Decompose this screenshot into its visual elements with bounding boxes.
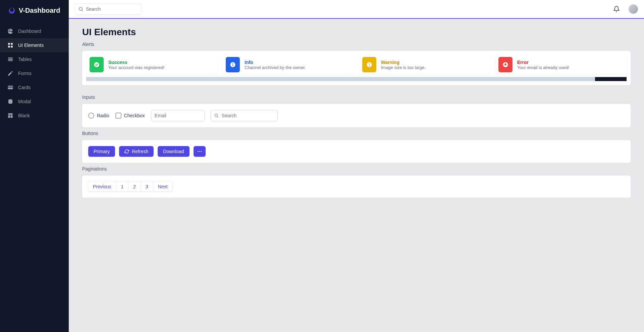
alert-title: Success <box>108 60 164 65</box>
alert-info: Info Channel archived by the owner. <box>222 55 354 74</box>
svg-rect-7 <box>8 113 13 115</box>
paginations-heading: Paginations <box>82 166 631 172</box>
sidebar-item-ui-elements[interactable]: UI Elements <box>0 38 69 52</box>
sidebar-item-label: Cards <box>18 85 31 90</box>
svg-point-14 <box>232 63 233 64</box>
checkbox-icon <box>115 113 121 119</box>
sidebar-item-cards[interactable]: Cards <box>0 80 69 94</box>
sidebar-item-label: Modal <box>18 99 31 104</box>
refresh-icon <box>124 149 129 154</box>
warning-circle-icon <box>362 57 376 72</box>
radio-label-text: Radio <box>97 113 109 118</box>
avatar[interactable] <box>629 4 638 14</box>
alert-title: Warning <box>381 60 426 65</box>
svg-rect-9 <box>11 115 13 118</box>
error-circle-icon <box>498 57 513 72</box>
buttons-heading: Buttons <box>82 131 631 136</box>
table-icon <box>7 56 13 62</box>
svg-rect-15 <box>232 64 233 66</box>
alerts-panel: Success Your account was registered! Inf… <box>82 51 631 85</box>
svg-point-24 <box>201 151 202 152</box>
svg-point-23 <box>199 151 200 152</box>
header-search-input[interactable] <box>75 3 142 15</box>
svg-point-20 <box>215 114 217 117</box>
sidebar-item-label: Blank <box>18 113 30 118</box>
svg-point-18 <box>369 65 370 66</box>
inputs-panel: Radio Checkbox <box>82 104 631 127</box>
radio-icon <box>88 113 94 119</box>
sidebar-item-label: Forms <box>18 71 32 76</box>
svg-line-11 <box>82 10 83 11</box>
brand[interactable]: V-Dashboard <box>0 0 69 21</box>
alerts-scrollbar-thumb[interactable] <box>595 77 627 81</box>
inline-search <box>211 110 278 121</box>
svg-rect-17 <box>369 63 370 65</box>
alert-title: Info <box>245 60 306 65</box>
sidebar-item-dashboard[interactable]: Dashboard <box>0 24 69 38</box>
content: UI Elements Alerts Success Your account … <box>69 19 644 332</box>
search-icon <box>78 6 84 12</box>
alert-message: Channel archived by the owner. <box>245 65 306 70</box>
sidebar-item-forms[interactable]: Forms <box>0 66 69 80</box>
refresh-button-label: Refresh <box>132 149 148 154</box>
bell-icon[interactable] <box>613 6 620 12</box>
pagination-page-3[interactable]: 3 <box>141 182 153 192</box>
check-circle-icon <box>90 57 104 72</box>
alerts-scrollbar-track[interactable] <box>86 77 627 81</box>
sidebar-item-tables[interactable]: Tables <box>0 52 69 66</box>
sidebar-item-label: Tables <box>18 57 32 62</box>
pagination-page-2[interactable]: 2 <box>128 182 141 192</box>
alert-message: Image size is too large. <box>381 65 426 70</box>
topbar <box>69 0 644 19</box>
inline-search-input[interactable] <box>211 110 278 121</box>
alert-warning: Warning Image size is too large. <box>359 55 490 74</box>
alerts-heading: Alerts <box>82 42 631 47</box>
card-icon <box>7 84 13 90</box>
grid-icon <box>7 42 13 48</box>
header-search <box>75 3 142 15</box>
layout-icon <box>7 113 13 119</box>
pagination-previous[interactable]: Previous <box>88 182 116 192</box>
buttons-panel: Primary Refresh Download <box>82 140 631 163</box>
primary-button[interactable]: Primary <box>88 146 115 157</box>
alert-message: Your email is already used! <box>517 65 570 70</box>
alert-message: Your account was registered! <box>108 65 164 70</box>
svg-point-10 <box>79 7 82 10</box>
svg-rect-5 <box>8 87 13 87</box>
pie-chart-icon <box>7 28 13 34</box>
svg-rect-2 <box>8 46 10 48</box>
pagination: Previous 1 2 3 Next <box>88 182 173 192</box>
page-title: UI Elements <box>82 27 631 38</box>
svg-line-21 <box>217 117 218 118</box>
pagination-next[interactable]: Next <box>153 182 173 192</box>
paginations-panel: Previous 1 2 3 Next <box>82 176 631 198</box>
inputs-heading: Inputs <box>82 94 631 100</box>
svg-rect-8 <box>8 115 10 118</box>
nav: Dashboard UI Elements Tables Forms Cards… <box>0 24 69 123</box>
refresh-button[interactable]: Refresh <box>119 146 154 157</box>
edit-icon <box>7 70 13 76</box>
checkbox-option[interactable]: Checkbox <box>115 113 145 119</box>
more-button[interactable] <box>194 146 206 157</box>
download-button[interactable]: Download <box>158 146 189 157</box>
radio-option[interactable]: Radio <box>88 113 109 119</box>
pagination-page-1[interactable]: 1 <box>116 182 128 192</box>
info-circle-icon <box>226 57 240 72</box>
email-input[interactable] <box>151 110 205 121</box>
svg-point-22 <box>198 151 199 152</box>
svg-rect-1 <box>11 43 13 45</box>
alert-error: Error Your email is already used! <box>495 55 627 74</box>
stack-icon <box>7 98 13 105</box>
sidebar-item-blank[interactable]: Blank <box>0 109 69 123</box>
search-icon <box>214 113 219 118</box>
alert-success: Success Your account was registered! <box>86 55 218 74</box>
dots-horizontal-icon <box>197 149 202 154</box>
sidebar: V-Dashboard Dashboard UI Elements Tables… <box>0 0 69 332</box>
sidebar-item-label: Dashboard <box>18 28 41 34</box>
svg-rect-3 <box>11 46 13 48</box>
svg-rect-0 <box>8 43 10 45</box>
sidebar-item-label: UI Elements <box>18 43 44 48</box>
checkbox-label-text: Checkbox <box>124 113 145 118</box>
alert-title: Error <box>517 60 570 65</box>
sidebar-item-modal[interactable]: Modal <box>0 94 69 109</box>
